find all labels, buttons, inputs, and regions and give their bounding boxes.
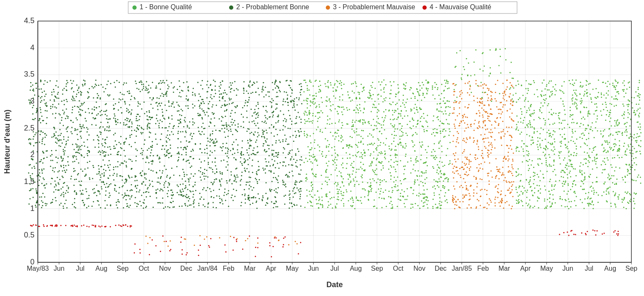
chart-container <box>0 0 644 296</box>
scatter-chart <box>0 0 644 296</box>
